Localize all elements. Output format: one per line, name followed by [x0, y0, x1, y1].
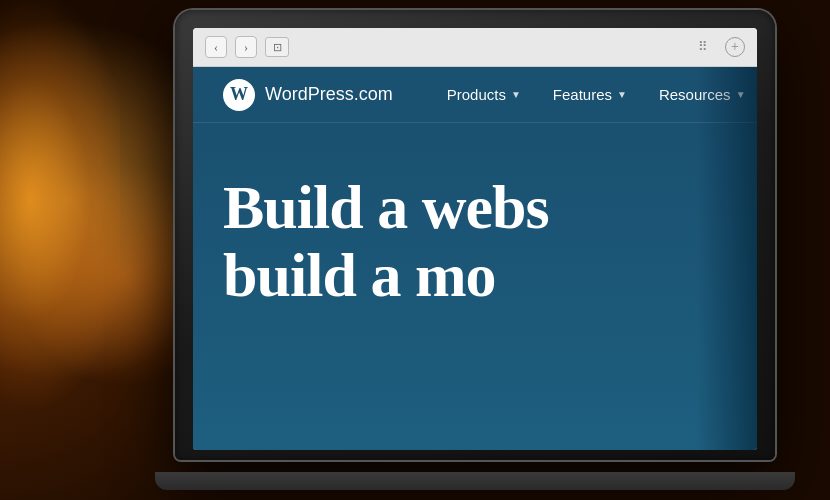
nav-items: Products ▼ Features ▼ Resources ▼	[433, 78, 757, 111]
wordpress-logo-icon: W	[223, 79, 255, 111]
hero-title: Build a webs build a mo	[223, 173, 727, 309]
wordpress-site-name: WordPress.com	[265, 84, 393, 105]
browser-chrome: ‹ › ⊡ ⠿ +	[193, 28, 757, 67]
browser-toolbar: ‹ › ⊡ ⠿ +	[193, 28, 757, 66]
browser-screen: ‹ › ⊡ ⠿ +	[193, 28, 757, 450]
nav-features[interactable]: Features ▼	[539, 78, 641, 111]
back-button[interactable]: ‹	[205, 36, 227, 58]
wordpress-navbar: W WordPress.com Products ▼ Features ▼	[193, 67, 757, 123]
resources-chevron-icon: ▼	[736, 89, 746, 100]
webpage-content: W WordPress.com Products ▼ Features ▼	[193, 67, 757, 450]
bokeh-light	[0, 0, 120, 500]
grid-icon: ⠿	[698, 39, 708, 55]
new-tab-button[interactable]: +	[725, 37, 745, 57]
sidebar-toggle-button[interactable]: ⊡	[265, 37, 289, 57]
products-chevron-icon: ▼	[511, 89, 521, 100]
features-chevron-icon: ▼	[617, 89, 627, 100]
forward-button[interactable]: ›	[235, 36, 257, 58]
hero-line-1: Build a webs	[223, 173, 727, 241]
plus-icon: +	[731, 40, 739, 54]
nav-resources[interactable]: Resources ▼	[645, 78, 757, 111]
toolbar-right: ⠿ +	[691, 37, 745, 57]
screen-bezel: ‹ › ⊡ ⠿ +	[175, 10, 775, 460]
hero-line-2: build a mo	[223, 241, 727, 309]
laptop-base	[155, 472, 795, 490]
tab-grid-button[interactable]: ⠿	[691, 37, 715, 57]
wordpress-logo[interactable]: W WordPress.com	[223, 79, 393, 111]
laptop-container: ‹ › ⊡ ⠿ +	[115, 10, 795, 490]
hero-section: Build a webs build a mo	[193, 123, 757, 450]
nav-products[interactable]: Products ▼	[433, 78, 535, 111]
